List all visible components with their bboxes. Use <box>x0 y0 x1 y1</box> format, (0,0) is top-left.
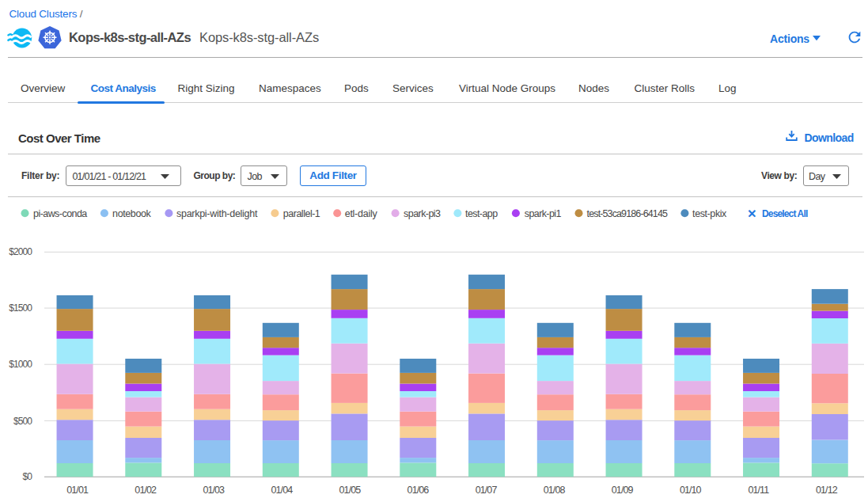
svg-text:pi-aws-conda: pi-aws-conda <box>33 208 87 219</box>
svg-text:test-53ca9186-64145: test-53ca9186-64145 <box>587 208 668 219</box>
svg-text:01/03: 01/03 <box>203 485 225 496</box>
svg-text:test-pkix: test-pkix <box>692 208 727 219</box>
svg-text:01/12: 01/12 <box>816 485 838 496</box>
svg-text:$2000: $2000 <box>9 246 32 257</box>
svg-text:$500: $500 <box>13 416 32 427</box>
svg-text:01/05: 01/05 <box>339 485 362 496</box>
svg-text:spark-pi1: spark-pi1 <box>525 208 562 219</box>
svg-text:parallel-1: parallel-1 <box>283 208 320 219</box>
svg-text:notebook: notebook <box>112 208 151 219</box>
svg-text:test-app: test-app <box>465 208 498 219</box>
svg-text:$0: $0 <box>22 471 32 482</box>
svg-text:01/04: 01/04 <box>271 485 293 496</box>
svg-text:sparkpi-with-delight: sparkpi-with-delight <box>176 208 258 219</box>
svg-text:Deselect All: Deselect All <box>762 208 808 219</box>
svg-text:01/09: 01/09 <box>612 485 634 496</box>
svg-text:01/07: 01/07 <box>476 485 498 496</box>
svg-text:01/08: 01/08 <box>544 485 566 496</box>
svg-text:01/10: 01/10 <box>680 485 702 496</box>
svg-text:✕: ✕ <box>747 207 756 220</box>
svg-text:01/06: 01/06 <box>407 485 430 496</box>
svg-text:$1000: $1000 <box>9 359 32 370</box>
svg-text:01/02: 01/02 <box>135 485 157 496</box>
svg-text:etl-daily: etl-daily <box>345 208 378 219</box>
svg-text:01/01: 01/01 <box>66 485 89 496</box>
svg-text:01/11: 01/11 <box>748 485 769 496</box>
svg-text:$1500: $1500 <box>9 302 32 314</box>
svg-text:spark-pi3: spark-pi3 <box>404 208 441 219</box>
